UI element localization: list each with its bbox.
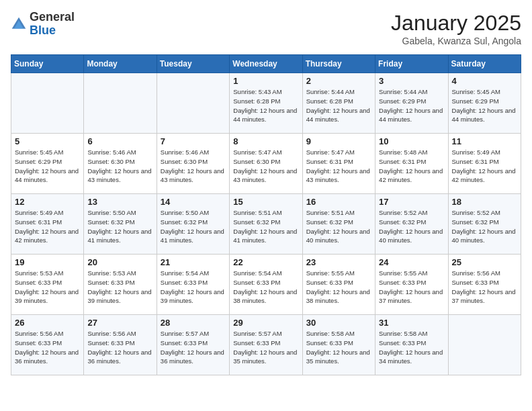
day-info: Sunrise: 5:56 AM Sunset: 6:33 PM Dayligh… <box>15 329 80 366</box>
day-number: 31 <box>379 318 444 328</box>
day-number: 6 <box>87 136 152 146</box>
day-info: Sunrise: 5:57 AM Sunset: 6:33 PM Dayligh… <box>233 329 298 366</box>
page-header: General Blue January 2025 Gabela, Kwanza… <box>11 11 521 46</box>
day-info: Sunrise: 5:53 AM Sunset: 6:33 PM Dayligh… <box>15 269 80 306</box>
calendar-week-row: 19Sunrise: 5:53 AM Sunset: 6:33 PM Dayli… <box>11 255 521 315</box>
title-block: January 2025 Gabela, Kwanza Sul, Angola <box>391 11 521 46</box>
logo-icon <box>11 16 27 32</box>
logo-blue: Blue <box>30 24 56 37</box>
calendar-cell <box>84 73 157 134</box>
calendar-cell: 23Sunrise: 5:55 AM Sunset: 6:33 PM Dayli… <box>302 255 375 315</box>
calendar-cell: 4Sunrise: 5:45 AM Sunset: 6:29 PM Daylig… <box>448 73 521 134</box>
day-number: 3 <box>379 76 444 86</box>
calendar-cell: 22Sunrise: 5:54 AM Sunset: 6:33 PM Dayli… <box>230 255 302 315</box>
calendar-cell: 30Sunrise: 5:58 AM Sunset: 6:33 PM Dayli… <box>302 315 375 375</box>
calendar-cell: 12Sunrise: 5:49 AM Sunset: 6:31 PM Dayli… <box>11 194 84 255</box>
day-info: Sunrise: 5:47 AM Sunset: 6:30 PM Dayligh… <box>233 148 298 185</box>
day-info: Sunrise: 5:45 AM Sunset: 6:29 PM Dayligh… <box>452 87 517 124</box>
day-info: Sunrise: 5:56 AM Sunset: 6:33 PM Dayligh… <box>87 329 152 366</box>
day-number: 19 <box>15 257 80 267</box>
calendar-cell: 19Sunrise: 5:53 AM Sunset: 6:33 PM Dayli… <box>11 255 84 315</box>
day-number: 7 <box>161 136 226 146</box>
calendar-cell <box>11 73 84 134</box>
day-number: 15 <box>233 197 298 207</box>
weekday-header-friday: Friday <box>375 55 448 73</box>
day-number: 26 <box>15 318 80 328</box>
day-number: 25 <box>452 257 517 267</box>
day-info: Sunrise: 5:58 AM Sunset: 6:33 PM Dayligh… <box>379 329 444 366</box>
day-info: Sunrise: 5:54 AM Sunset: 6:33 PM Dayligh… <box>233 269 298 306</box>
calendar-subtitle: Gabela, Kwanza Sul, Angola <box>391 36 521 46</box>
day-info: Sunrise: 5:51 AM Sunset: 6:32 PM Dayligh… <box>306 208 371 245</box>
day-number: 4 <box>452 76 517 86</box>
day-info: Sunrise: 5:50 AM Sunset: 6:32 PM Dayligh… <box>87 208 152 245</box>
day-number: 14 <box>161 197 226 207</box>
calendar-cell: 20Sunrise: 5:53 AM Sunset: 6:33 PM Dayli… <box>84 255 157 315</box>
day-info: Sunrise: 5:50 AM Sunset: 6:32 PM Dayligh… <box>161 208 226 245</box>
calendar-cell <box>157 73 229 134</box>
day-info: Sunrise: 5:43 AM Sunset: 6:28 PM Dayligh… <box>233 87 298 124</box>
day-number: 23 <box>306 257 371 267</box>
day-number: 10 <box>379 136 444 146</box>
day-number: 28 <box>161 318 226 328</box>
calendar-cell: 24Sunrise: 5:55 AM Sunset: 6:33 PM Dayli… <box>375 255 448 315</box>
calendar-cell: 2Sunrise: 5:44 AM Sunset: 6:28 PM Daylig… <box>302 73 375 134</box>
day-info: Sunrise: 5:55 AM Sunset: 6:33 PM Dayligh… <box>379 269 444 306</box>
day-info: Sunrise: 5:57 AM Sunset: 6:33 PM Dayligh… <box>161 329 226 366</box>
day-info: Sunrise: 5:55 AM Sunset: 6:33 PM Dayligh… <box>306 269 371 306</box>
day-info: Sunrise: 5:48 AM Sunset: 6:31 PM Dayligh… <box>379 148 444 185</box>
calendar-cell: 7Sunrise: 5:46 AM Sunset: 6:30 PM Daylig… <box>157 134 229 194</box>
day-number: 11 <box>452 136 517 146</box>
calendar-week-row: 12Sunrise: 5:49 AM Sunset: 6:31 PM Dayli… <box>11 194 521 255</box>
day-info: Sunrise: 5:45 AM Sunset: 6:29 PM Dayligh… <box>15 148 80 185</box>
day-number: 1 <box>233 76 298 86</box>
weekday-header-sunday: Sunday <box>11 55 84 73</box>
calendar-cell <box>448 315 521 375</box>
logo-general: General <box>30 10 75 24</box>
day-number: 2 <box>306 76 371 86</box>
calendar-cell: 17Sunrise: 5:52 AM Sunset: 6:32 PM Dayli… <box>375 194 448 255</box>
day-info: Sunrise: 5:52 AM Sunset: 6:32 PM Dayligh… <box>452 208 517 245</box>
calendar-cell: 29Sunrise: 5:57 AM Sunset: 6:33 PM Dayli… <box>230 315 302 375</box>
day-number: 22 <box>233 257 298 267</box>
day-info: Sunrise: 5:49 AM Sunset: 6:31 PM Dayligh… <box>452 148 517 185</box>
calendar-cell: 6Sunrise: 5:46 AM Sunset: 6:30 PM Daylig… <box>84 134 157 194</box>
day-number: 18 <box>452 197 517 207</box>
calendar-cell: 25Sunrise: 5:56 AM Sunset: 6:33 PM Dayli… <box>448 255 521 315</box>
day-info: Sunrise: 5:58 AM Sunset: 6:33 PM Dayligh… <box>306 329 371 366</box>
logo: General Blue <box>11 11 75 38</box>
calendar-cell: 21Sunrise: 5:54 AM Sunset: 6:33 PM Dayli… <box>157 255 229 315</box>
day-info: Sunrise: 5:54 AM Sunset: 6:33 PM Dayligh… <box>161 269 226 306</box>
day-info: Sunrise: 5:44 AM Sunset: 6:28 PM Dayligh… <box>306 87 371 124</box>
calendar-cell: 11Sunrise: 5:49 AM Sunset: 6:31 PM Dayli… <box>448 134 521 194</box>
calendar-cell: 18Sunrise: 5:52 AM Sunset: 6:32 PM Dayli… <box>448 194 521 255</box>
calendar-cell: 3Sunrise: 5:44 AM Sunset: 6:29 PM Daylig… <box>375 73 448 134</box>
weekday-header-thursday: Thursday <box>302 55 375 73</box>
calendar-cell: 14Sunrise: 5:50 AM Sunset: 6:32 PM Dayli… <box>157 194 229 255</box>
day-number: 24 <box>379 257 444 267</box>
calendar-cell: 31Sunrise: 5:58 AM Sunset: 6:33 PM Dayli… <box>375 315 448 375</box>
weekday-header-monday: Monday <box>84 55 157 73</box>
calendar-cell: 13Sunrise: 5:50 AM Sunset: 6:32 PM Dayli… <box>84 194 157 255</box>
day-info: Sunrise: 5:44 AM Sunset: 6:29 PM Dayligh… <box>379 87 444 124</box>
day-info: Sunrise: 5:47 AM Sunset: 6:31 PM Dayligh… <box>306 148 371 185</box>
calendar-title: January 2025 <box>391 11 521 36</box>
calendar-cell: 5Sunrise: 5:45 AM Sunset: 6:29 PM Daylig… <box>11 134 84 194</box>
weekday-header-saturday: Saturday <box>448 55 521 73</box>
day-number: 17 <box>379 197 444 207</box>
calendar-cell: 10Sunrise: 5:48 AM Sunset: 6:31 PM Dayli… <box>375 134 448 194</box>
day-number: 30 <box>306 318 371 328</box>
calendar-cell: 9Sunrise: 5:47 AM Sunset: 6:31 PM Daylig… <box>302 134 375 194</box>
day-number: 5 <box>15 136 80 146</box>
day-number: 21 <box>161 257 226 267</box>
calendar-week-row: 5Sunrise: 5:45 AM Sunset: 6:29 PM Daylig… <box>11 134 521 194</box>
day-number: 8 <box>233 136 298 146</box>
calendar-week-row: 26Sunrise: 5:56 AM Sunset: 6:33 PM Dayli… <box>11 315 521 375</box>
calendar-table: SundayMondayTuesdayWednesdayThursdayFrid… <box>11 54 521 375</box>
weekday-header-row: SundayMondayTuesdayWednesdayThursdayFrid… <box>11 55 521 73</box>
day-number: 29 <box>233 318 298 328</box>
calendar-cell: 26Sunrise: 5:56 AM Sunset: 6:33 PM Dayli… <box>11 315 84 375</box>
day-number: 27 <box>87 318 152 328</box>
weekday-header-wednesday: Wednesday <box>230 55 302 73</box>
day-info: Sunrise: 5:53 AM Sunset: 6:33 PM Dayligh… <box>87 269 152 306</box>
